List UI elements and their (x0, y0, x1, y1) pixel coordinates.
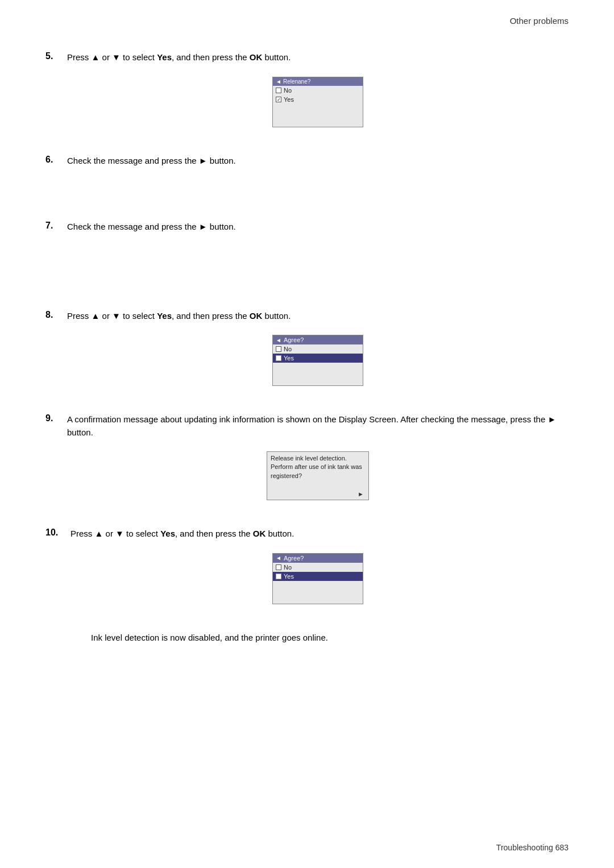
lcd-label-no-5: No (284, 87, 292, 94)
lcd-row-yes-5: ✓ Yes (273, 95, 363, 104)
or-5: or (102, 52, 113, 62)
ok-bold-10: OK (253, 529, 266, 538)
step-10-text: Press ▲ or ▼ to select Yes, and then pre… (70, 528, 569, 541)
step-9-row: 9. A confirmation message about updating… (45, 413, 569, 439)
lcd-empty-8 (273, 363, 363, 385)
up-arrow-5: ▲ (92, 52, 100, 62)
lcd-empty-10 (273, 581, 363, 604)
step-10-lcd: ◄ Agree? No ✓ Yes (67, 553, 569, 604)
lcd-arrow-left-8: ◄ (276, 337, 281, 343)
lcd-agree-title-10: ◄ Agree? (273, 554, 363, 563)
lcd-arrow-left-5: ◄ (276, 78, 281, 85)
ok-bold-8: OK (250, 311, 263, 321)
or-8: or (102, 311, 113, 321)
step-5-text: Press ▲ or ▼ to select Yes, and then pre… (67, 51, 569, 64)
step-5-lcd: ◄ Relenane? No ✓ Yes (67, 77, 569, 127)
arrow-right-6: ► (199, 156, 208, 165)
lcd-label-no-10: No (284, 564, 292, 571)
step-9-text: A confirmation message about updating in… (67, 413, 569, 439)
step-7: 7. Check the message and press the ► but… (45, 221, 569, 242)
lcd-release-text: Release ink level detection. Perform aft… (267, 452, 368, 483)
step-7-text: Check the message and press the ► button… (67, 221, 569, 234)
page: Other problems 5. Press ▲ or ▼ to select… (0, 0, 614, 868)
lcd-row-no-5: No (273, 86, 363, 95)
lcd-label-yes-10: Yes (284, 573, 294, 580)
lcd-relenane-title: ◄ Relenane? (273, 77, 363, 86)
arrow-right-9: ► (547, 414, 556, 424)
step-8: 8. Press ▲ or ▼ to select Yes, and then … (45, 310, 569, 397)
lcd-row-yes-10: ✓ Yes (273, 572, 363, 581)
lcd-row-no-10: No (273, 563, 363, 572)
step-8-lcd: ◄ Agree? No ✓ Yes (67, 335, 569, 386)
step-6-text: Check the message and press the ► button… (67, 155, 569, 168)
step-8-text: Press ▲ or ▼ to select Yes, and then pre… (67, 310, 569, 323)
yes-bold-10: Yes (160, 529, 175, 538)
lcd-relenane-label: Relenane? (283, 78, 310, 85)
down-arrow-10: ▼ (115, 529, 124, 538)
step-9-lcd: Release ink level detection. Perform aft… (67, 451, 569, 500)
header-title: Other problems (510, 16, 569, 26)
lcd-agree-screen-10: ◄ Agree? No ✓ Yes (272, 553, 363, 604)
step-9: 9. A confirmation message about updating… (45, 413, 569, 510)
step-6: 6. Check the message and press the ► but… (45, 155, 569, 176)
lcd-checkbox-no-8 (276, 346, 281, 352)
down-arrow-8: ▼ (112, 311, 121, 321)
yes-bold-5: Yes (157, 52, 172, 62)
step-7-number: 7. (45, 221, 67, 231)
lcd-empty-5 (273, 104, 363, 127)
step-9-number: 9. (45, 413, 67, 423)
lcd-release-screen: Release ink level detection. Perform aft… (267, 451, 369, 500)
lcd-checkbox-no-5 (276, 88, 281, 93)
spacer-after-7b (45, 281, 569, 304)
step-7-row: 7. Check the message and press the ► but… (45, 221, 569, 234)
step-5-row: 5. Press ▲ or ▼ to select Yes, and then … (45, 51, 569, 64)
ok-bold-5: OK (250, 52, 263, 62)
lcd-label-yes-5: Yes (284, 96, 294, 103)
step-5: 5. Press ▲ or ▼ to select Yes, and then … (45, 51, 569, 138)
step-5-number: 5. (45, 51, 67, 61)
spacer-after-6 (45, 192, 569, 215)
spacer-after-7 (45, 259, 569, 281)
down-arrow-5: ▼ (112, 52, 121, 62)
lcd-arrow-left-10: ◄ (276, 555, 281, 561)
lcd-row-yes-8: ✓ Yes (273, 354, 363, 363)
lcd-arrow-right-9: ► (358, 491, 364, 497)
step-8-number: 8. (45, 310, 67, 320)
page-footer: Troubleshooting 683 (496, 843, 569, 852)
lcd-checkbox-no-10 (276, 564, 281, 570)
lcd-checkbox-yes-5: ✓ (276, 97, 281, 102)
lcd-checkbox-yes-8: ✓ (276, 355, 281, 361)
yes-bold-8: Yes (157, 311, 172, 321)
lcd-label-no-8: No (284, 346, 292, 352)
footer-text: Troubleshooting 683 (496, 843, 569, 852)
lcd-row-no-8: No (273, 344, 363, 354)
page-header: Other problems (510, 16, 569, 26)
up-arrow-8: ▲ (92, 311, 100, 321)
up-arrow-10: ▲ (95, 529, 103, 538)
step-6-number: 6. (45, 155, 67, 165)
lcd-checkbox-yes-10: ✓ (276, 574, 281, 579)
step-6-row: 6. Check the message and press the ► but… (45, 155, 569, 168)
lcd-agree-label-8: Agree? (284, 337, 304, 343)
step-10-number: 10. (45, 528, 70, 538)
final-note-container: Ink level detection is now disabled, and… (91, 632, 569, 645)
step-10-row: 10. Press ▲ or ▼ to select Yes, and then… (45, 528, 569, 541)
arrow-right-7: ► (199, 222, 208, 231)
step-10: 10. Press ▲ or ▼ to select Yes, and then… (45, 528, 569, 614)
lcd-relenane-screen: ◄ Relenane? No ✓ Yes (272, 77, 363, 127)
lcd-agree-screen-8: ◄ Agree? No ✓ Yes (272, 335, 363, 386)
lcd-agree-title-8: ◄ Agree? (273, 335, 363, 344)
final-note: Ink level detection is now disabled, and… (91, 633, 328, 642)
lcd-agree-label-10: Agree? (284, 555, 304, 562)
step-8-row: 8. Press ▲ or ▼ to select Yes, and then … (45, 310, 569, 323)
or-10: or (106, 529, 116, 538)
lcd-release-footer: ► (267, 483, 368, 500)
lcd-label-yes-8: Yes (284, 355, 294, 362)
